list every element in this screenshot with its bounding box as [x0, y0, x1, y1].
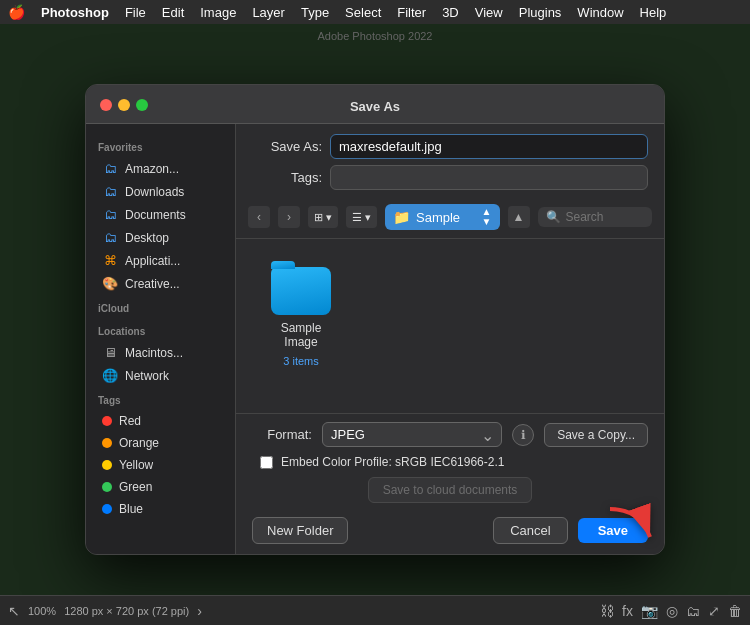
camera-icon[interactable]: 📷 — [641, 603, 658, 619]
sidebar-item-label: Blue — [119, 502, 143, 516]
sidebar-item-tag-red[interactable]: Red — [90, 410, 231, 432]
tag-dot-yellow — [102, 460, 112, 470]
menu-layer[interactable]: Layer — [252, 5, 285, 20]
save-as-input[interactable] — [330, 134, 648, 159]
minimize-button[interactable] — [118, 99, 130, 111]
target-icon[interactable]: ◎ — [666, 603, 678, 619]
globe-icon: 🌐 — [102, 368, 118, 383]
dialog-title: Save As — [350, 99, 400, 114]
folder-arrows: ▲ ▼ — [482, 207, 492, 227]
sidebar-item-applications[interactable]: ⌘ Applicati... — [90, 249, 231, 272]
chevron-down-icon: ▾ — [365, 211, 371, 224]
sidebar-item-tag-orange[interactable]: Orange — [90, 432, 231, 454]
bottom-bar: ↖ 100% 1280 px × 720 px (72 ppi) › ⛓ fx … — [0, 595, 750, 625]
tags-label: Tags — [86, 387, 235, 410]
folder-selector[interactable]: 📁 Sample ▲ ▼ — [385, 204, 500, 230]
sidebar-item-tag-blue[interactable]: Blue — [90, 498, 231, 520]
save-as-row: Save As: — [252, 134, 648, 159]
cloud-row: Save to cloud documents — [252, 477, 648, 503]
expand-button[interactable]: ▲ — [508, 206, 530, 228]
menu-select[interactable]: Select — [345, 5, 381, 20]
sidebar-item-label: Red — [119, 414, 141, 428]
favorites-label: Favorites — [86, 134, 235, 157]
save-to-cloud-button[interactable]: Save to cloud documents — [368, 477, 533, 503]
list-icon: ☰ — [352, 211, 362, 224]
embed-profile-checkbox[interactable] — [260, 456, 273, 469]
search-input[interactable] — [566, 210, 645, 224]
sidebar-item-network[interactable]: 🌐 Network — [90, 364, 231, 387]
menu-image[interactable]: Image — [200, 5, 236, 20]
creative-icon: 🎨 — [102, 276, 118, 291]
tags-input[interactable] — [330, 165, 648, 190]
format-select[interactable]: JPEG PNG TIFF PSD — [322, 422, 502, 447]
menu-view[interactable]: View — [475, 5, 503, 20]
forward-button[interactable]: › — [278, 206, 300, 228]
embed-profile-row: Embed Color Profile: sRGB IEC61966-2.1 — [252, 455, 648, 469]
tag-dot-orange — [102, 438, 112, 448]
info-button[interactable]: ℹ — [512, 424, 534, 446]
back-button[interactable]: ‹ — [248, 206, 270, 228]
tags-label: Tags: — [252, 170, 322, 185]
sidebar-item-label: Creative... — [125, 277, 180, 291]
icon-view-button[interactable]: ⊞ ▾ — [308, 206, 338, 228]
menu-3d[interactable]: 3D — [442, 5, 459, 20]
cancel-button[interactable]: Cancel — [493, 517, 567, 544]
app-title: Adobe Photoshop 2022 — [0, 24, 750, 44]
save-as-dialog: Save As Favorites 🗂 Amazon... 🗂 Download… — [85, 84, 665, 555]
list-view-button[interactable]: ☰ ▾ — [346, 206, 377, 228]
menu-type[interactable]: Type — [301, 5, 329, 20]
menu-plugins[interactable]: Plugins — [519, 5, 562, 20]
traffic-lights — [100, 99, 148, 111]
apple-menu[interactable]: 🍎 — [8, 4, 25, 20]
folder-icon: 🗂 — [102, 207, 118, 222]
sidebar: Favorites 🗂 Amazon... 🗂 Downloads 🗂 Docu… — [86, 124, 236, 554]
trash-icon[interactable]: 🗑 — [728, 603, 742, 619]
save-copy-button[interactable]: Save a Copy... — [544, 423, 648, 447]
link-icon[interactable]: ⛓ — [600, 603, 614, 619]
sidebar-item-desktop[interactable]: 🗂 Desktop — [90, 226, 231, 249]
controls-area: Format: JPEG PNG TIFF PSD ℹ Save a C — [236, 413, 664, 554]
tag-dot-green — [102, 482, 112, 492]
sidebar-item-documents[interactable]: 🗂 Documents — [90, 203, 231, 226]
menu-edit[interactable]: Edit — [162, 5, 184, 20]
folder-name: Sample — [416, 210, 476, 225]
zoom-level: 100% — [28, 605, 56, 617]
sidebar-item-label: Desktop — [125, 231, 169, 245]
sidebar-item-amazon[interactable]: 🗂 Amazon... — [90, 157, 231, 180]
format-label: Format: — [252, 427, 312, 442]
app-background: Adobe Photoshop 2022 Save As Favorites � — [0, 24, 750, 625]
sidebar-item-tag-yellow[interactable]: Yellow — [90, 454, 231, 476]
sidebar-item-label: Downloads — [125, 185, 184, 199]
sidebar-item-macintosh[interactable]: 🖥 Macintos... — [90, 341, 231, 364]
expand-icon[interactable]: ⤢ — [708, 603, 720, 619]
file-item-sample-image[interactable]: Sample Image 3 items — [256, 259, 346, 375]
fx-icon[interactable]: fx — [622, 603, 633, 619]
save-button[interactable]: Save — [578, 518, 648, 543]
folder-icon: 🗂 — [102, 184, 118, 199]
format-select-wrap: JPEG PNG TIFF PSD — [322, 422, 502, 447]
new-folder-button[interactable]: New Folder — [252, 517, 348, 544]
sidebar-item-label: Documents — [125, 208, 186, 222]
folder-icon-large — [271, 267, 331, 315]
dimensions: 1280 px × 720 px (72 ppi) — [64, 605, 189, 617]
folder-icon[interactable]: 🗂 — [686, 603, 700, 619]
menu-help[interactable]: Help — [640, 5, 667, 20]
file-name: Sample Image — [264, 321, 338, 349]
main-area: Save As: Tags: ‹ › ⊞ — [236, 124, 664, 554]
sidebar-item-tag-green[interactable]: Green — [90, 476, 231, 498]
folder-icon: 📁 — [393, 209, 410, 225]
maximize-button[interactable] — [136, 99, 148, 111]
embed-profile-label: Embed Color Profile: sRGB IEC61966-2.1 — [281, 455, 504, 469]
format-row: Format: JPEG PNG TIFF PSD ℹ Save a C — [252, 422, 648, 447]
sidebar-item-downloads[interactable]: 🗂 Downloads — [90, 180, 231, 203]
menu-window[interactable]: Window — [577, 5, 623, 20]
folder-icon: 🗂 — [102, 161, 118, 176]
close-button[interactable] — [100, 99, 112, 111]
sidebar-item-label: Network — [125, 369, 169, 383]
sidebar-item-creative[interactable]: 🎨 Creative... — [90, 272, 231, 295]
file-area: Sample Image 3 items — [236, 239, 664, 413]
sidebar-item-label: Orange — [119, 436, 159, 450]
menu-filter[interactable]: Filter — [397, 5, 426, 20]
menu-file[interactable]: File — [125, 5, 146, 20]
tags-row: Tags: — [252, 165, 648, 190]
